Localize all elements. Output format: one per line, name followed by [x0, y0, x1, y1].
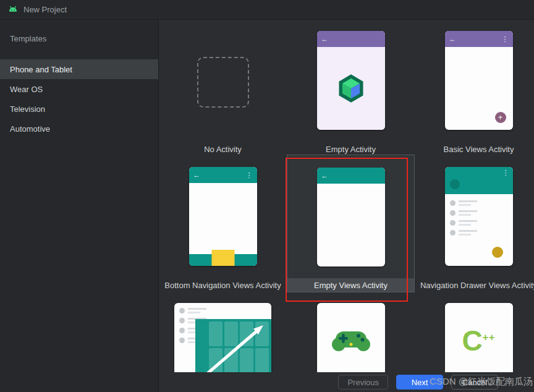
bottom-nav-selected-tab — [211, 250, 234, 266]
template-gallery: No Activity ← E — [159, 20, 534, 372]
footer: Previous Next Cancel — [159, 372, 534, 392]
preview-appbar: ← ⋮ — [189, 167, 257, 183]
preview-appbar: ⋮ — [445, 167, 513, 194]
template-label: Bottom Navigation Views Activity — [164, 281, 281, 290]
sidebar-item-phone-and-tablet[interactable]: Phone and Tablet — [0, 59, 158, 79]
back-arrow-icon: ← — [321, 36, 328, 43]
preview-body — [317, 184, 385, 266]
no-activity-placeholder — [197, 57, 249, 108]
bottom-nav-preview: ← ⋮ — [189, 167, 257, 266]
sidebar-item-television[interactable]: Television — [0, 99, 158, 119]
back-arrow-icon: ← — [449, 36, 456, 43]
titlebar: New Project — [0, 0, 534, 20]
back-arrow-icon: ← — [321, 173, 328, 179]
basic-views-preview: ← ⋮ + — [445, 31, 513, 130]
sidebar-item-automotive[interactable]: Automotive — [0, 119, 158, 138]
window-title: New Project — [23, 5, 67, 14]
gamepad-icon — [331, 328, 371, 372]
template-card-empty-views-activity-selected[interactable]: ← Empty Views Activity — [287, 155, 415, 292]
template-card-bottom-navigation-views-activity[interactable]: ← ⋮ Bottom Navigation Views Activity — [159, 167, 287, 303]
list-item — [450, 210, 513, 216]
template-card-empty-activity[interactable]: ← Empty Activity — [287, 31, 415, 167]
sidebar: Templates Phone and Tablet Wear OS Telev… — [0, 20, 159, 392]
kebab-menu-icon: ⋮ — [246, 172, 253, 179]
previous-button[interactable]: Previous — [338, 375, 388, 390]
preview-body — [317, 47, 385, 130]
dashboard-grid — [195, 319, 271, 372]
preview-body: + — [445, 47, 513, 130]
list-item — [450, 230, 513, 236]
android-icon — [8, 5, 18, 15]
drawer-menu-items — [445, 194, 513, 236]
fab-plus-icon: + — [495, 112, 506, 123]
template-label-selected: Empty Views Activity — [287, 278, 414, 292]
sidebar-header: Templates — [10, 34, 158, 43]
template-card-native-cpp[interactable]: C++ — [415, 303, 534, 372]
sidebar-item-label: Automotive — [10, 124, 50, 134]
template-card-game-activity[interactable] — [287, 303, 415, 372]
template-label: Navigation Drawer Views Activity — [420, 281, 534, 290]
sidebar-item-label: Television — [10, 104, 45, 114]
game-activity-preview — [317, 303, 385, 372]
next-button[interactable]: Next — [396, 375, 443, 390]
fab-icon — [492, 247, 503, 258]
preview-appbar: ← — [317, 168, 385, 184]
new-project-window: New Project Templates Phone and Tablet W… — [0, 0, 534, 392]
preview-appbar: ← ⋮ — [445, 31, 513, 47]
empty-activity-preview: ← — [317, 31, 385, 130]
list-item — [179, 308, 271, 313]
sidebar-item-label: Wear OS — [10, 85, 43, 94]
cpp-logo-icon: C++ — [462, 324, 496, 372]
sidebar-item-wear-os[interactable]: Wear OS — [0, 79, 158, 99]
kebab-menu-icon: ⋮ — [502, 36, 509, 43]
list-item — [450, 220, 513, 226]
cancel-button[interactable]: Cancel — [451, 375, 498, 390]
responsive-preview — [174, 303, 271, 372]
preview-appbar: ← — [317, 31, 385, 47]
template-label: Empty Activity — [326, 145, 376, 154]
sidebar-item-label: Phone and Tablet — [10, 65, 72, 74]
template-label: Basic Views Activity — [444, 145, 514, 154]
avatar — [450, 179, 460, 189]
list-item — [450, 200, 513, 206]
template-card-basic-views-activity[interactable]: ← ⋮ + Basic Views Activity — [415, 31, 534, 167]
template-label: No Activity — [204, 145, 242, 154]
kebab-menu-icon: ⋮ — [502, 169, 509, 177]
sidebar-list: Phone and Tablet Wear OS Television Auto… — [0, 59, 158, 138]
template-card-responsive-views[interactable] — [159, 303, 287, 372]
navigation-drawer-preview: ⋮ — [445, 167, 513, 266]
compose-logo-icon — [335, 72, 367, 104]
template-card-no-activity[interactable]: No Activity — [159, 31, 287, 167]
native-cpp-preview: C++ — [445, 303, 513, 372]
empty-views-preview: ← — [317, 168, 385, 266]
preview-body — [189, 183, 257, 266]
back-arrow-icon: ← — [193, 172, 200, 179]
template-card-navigation-drawer-views-activity[interactable]: ⋮ Navigation Drawer Views Activity — [415, 167, 534, 303]
